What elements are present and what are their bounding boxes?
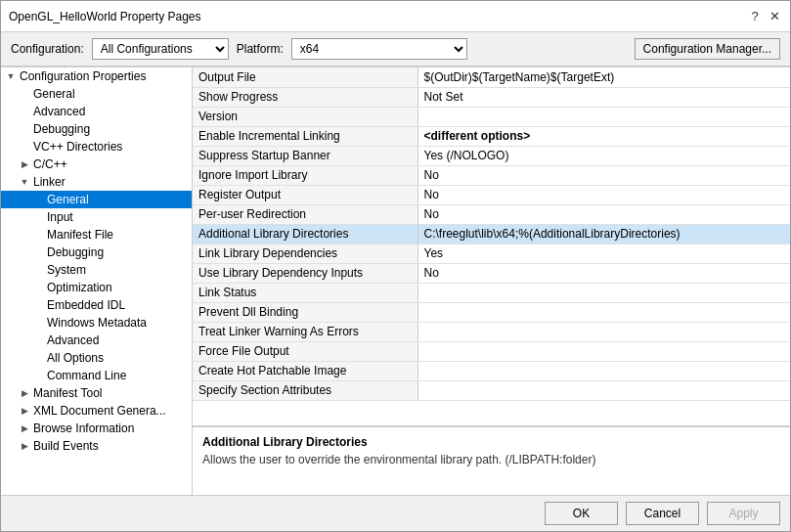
table-row[interactable]: Use Library Dependency InputsNo [193, 263, 790, 283]
property-name: Suppress Startup Banner [193, 146, 417, 165]
property-name: Output File [193, 67, 417, 87]
sidebar-item-linker-input[interactable]: Input [1, 208, 192, 226]
property-name: Link Status [193, 283, 417, 302]
property-value[interactable] [417, 380, 790, 400]
configuration-select[interactable]: All Configurations [92, 38, 229, 60]
title-bar: OpenGL_HelloWorld Property Pages ? ✕ [1, 1, 790, 32]
sidebar-item-build-events[interactable]: ▶Build Events [1, 437, 192, 455]
property-value[interactable]: C:\freeglut\lib\x64;%(AdditionalLibraryD… [417, 224, 790, 244]
property-value[interactable]: Not Set [417, 87, 790, 107]
sidebar-item-linker[interactable]: ▼Linker [1, 173, 192, 191]
table-row[interactable]: Per-user RedirectionNo [193, 204, 790, 224]
sidebar-item-vc-dirs[interactable]: VC++ Directories [1, 138, 192, 155]
property-name: Specify Section Attributes [193, 380, 417, 400]
property-name: Prevent Dll Binding [193, 302, 417, 322]
apply-button[interactable]: Apply [707, 502, 780, 525]
property-value[interactable] [417, 322, 790, 341]
platform-select[interactable]: x64 [291, 38, 467, 60]
property-value[interactable]: $(OutDir)$(TargetName)$(TargetExt) [417, 67, 790, 87]
table-row[interactable]: Prevent Dll Binding [193, 302, 790, 322]
property-value[interactable] [417, 283, 790, 302]
table-row[interactable]: Version [193, 107, 790, 126]
property-name: Per-user Redirection [193, 204, 417, 224]
sidebar-item-debugging[interactable]: Debugging [1, 120, 192, 138]
sidebar-item-browse-info[interactable]: ▶Browse Information [1, 420, 192, 437]
sidebar-item-label: Build Events [33, 439, 99, 453]
sidebar-item-label: XML Document Genera... [33, 404, 166, 418]
sidebar-item-cpp[interactable]: ▶C/C++ [1, 155, 192, 173]
expand-icon[interactable]: ▶ [19, 422, 30, 434]
sidebar-item-config-properties[interactable]: ▼Configuration Properties [1, 67, 192, 85]
sidebar-item-linker-optimization[interactable]: Optimization [1, 279, 192, 296]
table-row[interactable]: Suppress Startup BannerYes (/NOLOGO) [193, 146, 790, 165]
sidebar-item-xml-doc[interactable]: ▶XML Document Genera... [1, 402, 192, 420]
right-panel: Output File$(OutDir)$(TargetName)$(Targe… [193, 67, 790, 495]
cancel-button[interactable]: Cancel [626, 502, 699, 525]
property-table-container: Output File$(OutDir)$(TargetName)$(Targe… [193, 67, 790, 426]
property-value[interactable]: No [417, 204, 790, 224]
property-value[interactable]: No [417, 263, 790, 283]
table-row[interactable]: Link Library DependenciesYes [193, 244, 790, 263]
sidebar-item-label: Input [47, 210, 73, 224]
info-panel: Additional Library Directories Allows th… [193, 426, 790, 495]
property-name: Ignore Import Library [193, 165, 417, 185]
platform-label: Platform: [237, 42, 284, 56]
expand-icon[interactable]: ▶ [19, 440, 30, 452]
table-row[interactable]: Force File Output [193, 341, 790, 361]
sidebar-item-advanced[interactable]: Advanced [1, 103, 192, 120]
expand-icon[interactable]: ▶ [19, 387, 30, 399]
expand-icon[interactable]: ▶ [19, 405, 30, 417]
property-value[interactable] [417, 361, 790, 380]
property-value[interactable] [417, 302, 790, 322]
table-row[interactable]: Output File$(OutDir)$(TargetName)$(Targe… [193, 67, 790, 87]
property-name: Use Library Dependency Inputs [193, 263, 417, 283]
sidebar-item-linker-embedded-idl[interactable]: Embedded IDL [1, 296, 192, 314]
sidebar: ▼Configuration PropertiesGeneralAdvanced… [1, 67, 193, 495]
sidebar-item-label: Manifest File [47, 228, 113, 242]
table-row[interactable]: Show ProgressNot Set [193, 87, 790, 107]
sidebar-item-linker-debugging[interactable]: Debugging [1, 244, 192, 261]
help-button[interactable]: ? [747, 9, 763, 24]
sidebar-tree[interactable]: ▼Configuration PropertiesGeneralAdvanced… [1, 67, 192, 455]
sidebar-item-linker-all-options[interactable]: All Options [1, 349, 192, 367]
property-name: Show Progress [193, 87, 417, 107]
property-value[interactable]: <different options> [417, 126, 790, 146]
sidebar-item-linker-system[interactable]: System [1, 261, 192, 279]
sidebar-item-label: General [33, 87, 75, 101]
sidebar-item-linker-windows-metadata[interactable]: Windows Metadata [1, 314, 192, 332]
property-value[interactable]: No [417, 165, 790, 185]
sidebar-item-general[interactable]: General [1, 85, 192, 103]
config-manager-button[interactable]: Configuration Manager... [635, 38, 780, 60]
table-row[interactable]: Treat Linker Warning As Errors [193, 322, 790, 341]
sidebar-item-linker-general[interactable]: General [1, 191, 192, 208]
table-row[interactable]: Register OutputNo [193, 185, 790, 204]
collapse-icon[interactable]: ▼ [5, 70, 17, 82]
table-row[interactable]: Ignore Import LibraryNo [193, 165, 790, 185]
property-value[interactable] [417, 341, 790, 361]
table-row[interactable]: Create Hot Patchable Image [193, 361, 790, 380]
ok-button[interactable]: OK [545, 502, 618, 525]
sidebar-item-linker-advanced[interactable]: Advanced [1, 332, 192, 349]
property-name: Create Hot Patchable Image [193, 361, 417, 380]
expand-icon[interactable]: ▶ [19, 158, 30, 170]
property-value[interactable]: No [417, 185, 790, 204]
table-row[interactable]: Enable Incremental Linking<different opt… [193, 126, 790, 146]
sidebar-item-label: Debugging [33, 122, 90, 136]
table-row[interactable]: Specify Section Attributes [193, 380, 790, 400]
collapse-icon[interactable]: ▼ [19, 176, 30, 188]
sidebar-item-linker-manifest[interactable]: Manifest File [1, 226, 192, 244]
sidebar-item-linker-command-line[interactable]: Command Line [1, 367, 192, 384]
property-name: Link Library Dependencies [193, 244, 417, 263]
property-value[interactable]: Yes (/NOLOGO) [417, 146, 790, 165]
sidebar-item-label: General [47, 193, 89, 206]
property-value[interactable]: Yes [417, 244, 790, 263]
close-button[interactable]: ✕ [767, 9, 782, 24]
sidebar-item-label: Configuration Properties [20, 69, 146, 83]
table-row[interactable]: Additional Library DirectoriesC:\freeglu… [193, 224, 790, 244]
property-name: Additional Library Directories [193, 224, 417, 244]
table-row[interactable]: Link Status [193, 283, 790, 302]
property-value[interactable] [417, 107, 790, 126]
sidebar-item-manifest-tool[interactable]: ▶Manifest Tool [1, 384, 192, 402]
bottom-bar: OK Cancel Apply [1, 495, 790, 531]
sidebar-item-label: Debugging [47, 245, 104, 259]
